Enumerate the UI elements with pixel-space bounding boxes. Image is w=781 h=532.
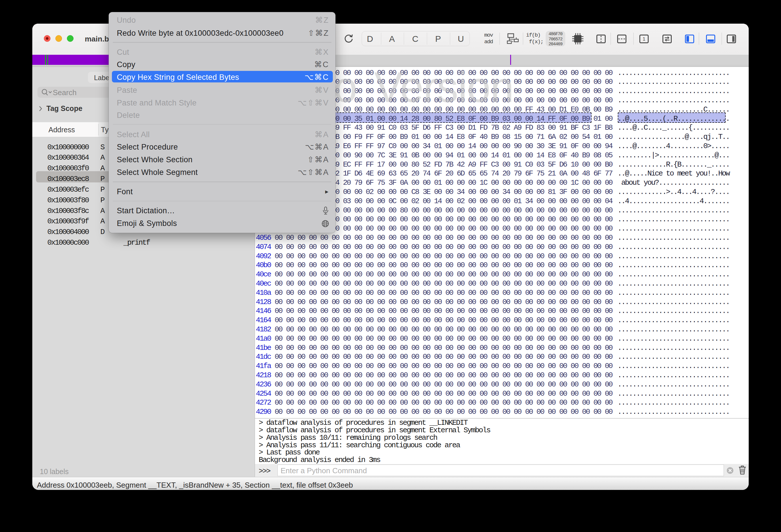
svg-text:1: 1: [643, 36, 645, 42]
